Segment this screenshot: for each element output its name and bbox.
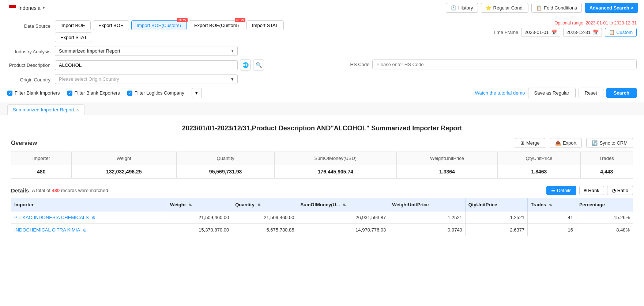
- copy-icon-1[interactable]: ⊕: [83, 227, 87, 233]
- advanced-search-button[interactable]: Advanced Search >: [585, 3, 638, 13]
- merge-button[interactable]: ⊞ Merge: [515, 138, 545, 148]
- tab-export-stat[interactable]: Export STAT: [55, 32, 92, 42]
- stats-val-quantity: 95,569,731.93: [177, 165, 275, 179]
- overview-header: Overview ⊞ Merge 📤 Export 🔄 Sync to CRM: [11, 138, 633, 148]
- date-from-input[interactable]: 2023-01-01 📅: [521, 28, 560, 37]
- search-button[interactable]: Search: [606, 88, 637, 98]
- details-icon: ☰: [551, 188, 556, 193]
- custom-icon: 📋: [609, 30, 615, 35]
- industry-analysis-dropdown[interactable]: Summarized Importer Report ▾: [55, 46, 238, 56]
- new-badge: NEW: [177, 18, 188, 22]
- company-link-0[interactable]: PT. KAO INDONESIA CHEMICALS: [14, 215, 89, 220]
- filter-blank-exporters-checkbox[interactable]: Filter Blank Exporters: [67, 90, 120, 96]
- calendar-from-icon[interactable]: 📅: [551, 30, 557, 35]
- company-link-1[interactable]: INDOCHEMICAL CITRA KIMIA: [14, 227, 80, 233]
- tutorial-link[interactable]: Watch the tutorial demo: [475, 90, 525, 96]
- industry-analysis-label: Industry Analysis: [7, 46, 55, 54]
- col-quantity[interactable]: Quantity ⇅: [232, 198, 297, 211]
- top-bar: Indonesia ▾ 🕐 History ⭐ Regular Cond. 📋 …: [0, 0, 644, 16]
- sum-cell-0: 26,931,593.87: [297, 211, 389, 224]
- details-label: Details: [11, 187, 29, 194]
- stats-val-sumofmoney: 176,445,905.74: [275, 165, 397, 179]
- merge-icon: ⊞: [520, 140, 524, 146]
- product-hs-row: Product Description 🌐 🔍 HS Code: [7, 60, 637, 70]
- wup-cell-1: 0.9740: [389, 224, 466, 236]
- rank-icon: ≡: [584, 188, 587, 193]
- filter-logistics-checkbox[interactable]: Filter Logitics Company: [127, 90, 184, 96]
- pct-cell-1: 8.48%: [576, 224, 633, 236]
- tabs-bar: Summarized Importer Report ×: [0, 102, 644, 115]
- details-view-button[interactable]: ☰ Details: [546, 186, 576, 195]
- fold-icon: 📋: [536, 5, 542, 11]
- quantity-cell-1: 5,675,730.85: [232, 224, 297, 236]
- details-view-buttons: ☰ Details ≡ Rank ◔ Ratio: [546, 186, 633, 195]
- timeframe-inputs: Time Frame 2023-01-01 📅 2023-12-31 📅 📋 C…: [493, 28, 637, 37]
- details-left: Details A total of 480 records were matc…: [11, 187, 108, 194]
- copy-icon-0[interactable]: ⊕: [92, 215, 95, 220]
- chevron-down-icon: ▾: [195, 90, 198, 96]
- product-desc-input[interactable]: [55, 60, 238, 70]
- details-header: Details A total of 480 records were matc…: [11, 186, 633, 195]
- top-bar-actions: 🕐 History ⭐ Regular Cond. 📋 Fold Conditi…: [446, 3, 638, 13]
- stats-table: Importer Weight Quantity SumOfMoney(USD)…: [11, 152, 633, 179]
- ratio-icon: ◔: [612, 188, 616, 193]
- origin-placeholder: Please select Origin Country: [59, 76, 119, 82]
- checkbox-icon: [7, 91, 12, 96]
- calendar-to-icon[interactable]: 📅: [593, 30, 599, 35]
- rank-view-button[interactable]: ≡ Rank: [579, 186, 604, 195]
- origin-arrow-icon: ▾: [231, 76, 234, 82]
- col-qtyunitprice: QtyUnitPrice: [465, 198, 527, 211]
- sum-cell-1: 14,970,776.03: [297, 224, 389, 236]
- tab-import-boe[interactable]: Import BOE: [55, 20, 91, 30]
- dropdown-arrow-icon: ▾: [231, 49, 234, 53]
- translate-icon-button[interactable]: 🌐: [240, 60, 251, 70]
- records-count: 480: [52, 188, 60, 193]
- sync-icon: 🔄: [592, 140, 598, 146]
- stats-col-sumofmoney: SumOfMoney(USD): [275, 152, 397, 165]
- stats-col-qtyunitprice: QtyUnitPrice: [498, 152, 580, 165]
- origin-country-dropdown[interactable]: Please select Origin Country ▾: [55, 74, 238, 84]
- tab-close-icon[interactable]: ×: [76, 107, 79, 112]
- tab-export-boe-custom[interactable]: Export BOE(Custom) NEW: [189, 20, 244, 30]
- custom-timeframe-button[interactable]: 📋 Custom: [605, 28, 637, 37]
- hs-code-input[interactable]: [372, 60, 637, 69]
- country-selector[interactable]: Indonesia ▾: [6, 5, 45, 11]
- table-row: INDOCHEMICAL CITRA KIMIA ⊕ 15,370,870.00…: [11, 224, 633, 236]
- history-button[interactable]: 🕐 History: [446, 3, 478, 13]
- stats-val-trades: 4,443: [580, 165, 633, 179]
- sync-crm-button[interactable]: 🔄 Sync to CRM: [586, 138, 633, 148]
- col-weight[interactable]: Weight ⇅: [167, 198, 232, 211]
- export-button[interactable]: 📤 Export: [550, 138, 582, 148]
- new-badge-2: NEW: [235, 18, 245, 22]
- tab-import-boe-custom[interactable]: Import BOE(Custom) NEW: [131, 20, 187, 30]
- expand-filters-button[interactable]: ▾: [192, 88, 202, 98]
- tab-import-stat[interactable]: Import STAT: [246, 20, 284, 30]
- ratio-view-button[interactable]: ◔ Ratio: [607, 186, 633, 195]
- wup-cell-0: 1.2521: [389, 211, 466, 224]
- filter-blank-importers-checkbox[interactable]: Filter Blank Importers: [7, 90, 60, 96]
- regular-cond-button[interactable]: ⭐ Regular Cond.: [481, 3, 529, 13]
- report-area: 2023/01/01-2023/12/31,Product Descriptio…: [0, 115, 644, 240]
- tab-export-boe[interactable]: Export BOE: [93, 20, 129, 30]
- importer-cell-0: PT. KAO INDONESIA CHEMICALS ⊕: [11, 211, 167, 224]
- col-trades[interactable]: Trades ⇅: [528, 198, 576, 211]
- save-regular-button[interactable]: Save as Regular: [528, 88, 576, 98]
- fold-conditions-button[interactable]: 📋 Fold Conditions: [531, 3, 581, 13]
- summarized-importer-tab[interactable]: Summarized Importer Report ×: [7, 104, 84, 115]
- stats-val-weightunitprice: 1.3364: [396, 165, 498, 179]
- stats-col-weight: Weight: [71, 152, 177, 165]
- overview-actions: ⊞ Merge 📤 Export 🔄 Sync to CRM: [515, 138, 633, 148]
- sort-sum-icon: ⇅: [343, 203, 346, 207]
- filter-row: Filter Blank Importers Filter Blank Expo…: [7, 88, 637, 98]
- search-icon-button[interactable]: 🔍: [253, 60, 264, 70]
- col-weightunitprice: WeightUnitPrice: [389, 198, 466, 211]
- records-text: A total of 480 records were matched: [32, 188, 108, 193]
- col-sumofmoney[interactable]: SumOfMoney(U... ⇅: [297, 198, 389, 211]
- pct-cell-0: 15.26%: [576, 211, 633, 224]
- trades-cell-1: 16: [528, 224, 576, 236]
- overview-label: Overview: [11, 140, 37, 146]
- date-to-input[interactable]: 2023-12-31 📅: [563, 28, 602, 37]
- quantity-cell-0: 21,509,460.00: [232, 211, 297, 224]
- svg-rect-0: [6, 5, 16, 8]
- reset-button[interactable]: Reset: [579, 88, 603, 98]
